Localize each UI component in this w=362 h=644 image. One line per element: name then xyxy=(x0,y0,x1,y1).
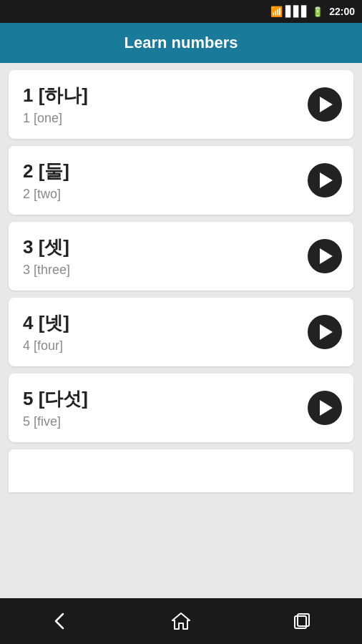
time-display: 22:00 xyxy=(329,6,355,17)
content-area: 1 [하나] 1 [one] 2 [둘] 2 [two] 3 [셋] 3 [th… xyxy=(0,63,362,598)
recents-button[interactable] xyxy=(280,605,323,637)
korean-text-5: 5 [다섯] xyxy=(23,386,88,411)
play-button-5[interactable] xyxy=(308,391,342,425)
card-text-5: 5 [다섯] 5 [five] xyxy=(23,386,88,429)
card-text-4: 4 [넷] 4 [four] xyxy=(23,311,69,353)
svg-marker-0 xyxy=(172,613,190,629)
play-icon-4 xyxy=(320,324,333,340)
status-bar-right: 📶 ▋▋▋ 🔋 22:00 xyxy=(270,6,355,17)
play-icon-2 xyxy=(320,172,333,188)
bottom-nav xyxy=(0,598,362,644)
play-icon-5 xyxy=(320,400,333,416)
home-button[interactable] xyxy=(160,605,202,637)
recents-icon xyxy=(292,611,312,631)
english-text-4: 4 [four] xyxy=(23,338,69,353)
app-header: Learn numbers xyxy=(0,23,362,63)
korean-text-2: 2 [둘] xyxy=(23,159,69,184)
status-bar: 📶 ▋▋▋ 🔋 22:00 xyxy=(0,0,362,23)
list-item: 2 [둘] 2 [two] xyxy=(9,146,353,215)
english-text-5: 5 [five] xyxy=(23,414,88,429)
list-item: 3 [셋] 3 [three] xyxy=(9,222,353,291)
list-item: 1 [하나] 1 [one] xyxy=(9,70,353,139)
korean-text-1: 1 [하나] xyxy=(23,83,88,108)
card-text-3: 3 [셋] 3 [three] xyxy=(23,235,70,278)
battery-icon: 🔋 xyxy=(312,6,323,17)
list-item-partial xyxy=(9,449,353,492)
wifi-icon: 📶 xyxy=(270,6,283,17)
play-button-1[interactable] xyxy=(308,87,342,122)
korean-text-4: 4 [넷] xyxy=(23,311,69,336)
english-text-2: 2 [two] xyxy=(23,187,69,202)
play-icon-3 xyxy=(320,248,333,264)
play-button-4[interactable] xyxy=(308,315,342,349)
play-icon-1 xyxy=(320,97,333,112)
play-button-3[interactable] xyxy=(308,239,342,273)
korean-text-3: 3 [셋] xyxy=(23,235,70,260)
english-text-3: 3 [three] xyxy=(23,263,70,278)
card-text-2: 2 [둘] 2 [two] xyxy=(23,159,69,202)
card-text-1: 1 [하나] 1 [one] xyxy=(23,83,88,126)
play-button-2[interactable] xyxy=(308,163,342,197)
list-item: 4 [넷] 4 [four] xyxy=(9,298,353,366)
page-title: Learn numbers xyxy=(124,34,238,52)
english-text-1: 1 [one] xyxy=(23,111,88,126)
home-icon xyxy=(171,611,191,631)
signal-icon: ▋▋▋ xyxy=(285,6,309,17)
back-icon xyxy=(50,611,70,631)
back-button[interactable] xyxy=(39,605,82,637)
list-item: 5 [다섯] 5 [five] xyxy=(9,374,353,442)
